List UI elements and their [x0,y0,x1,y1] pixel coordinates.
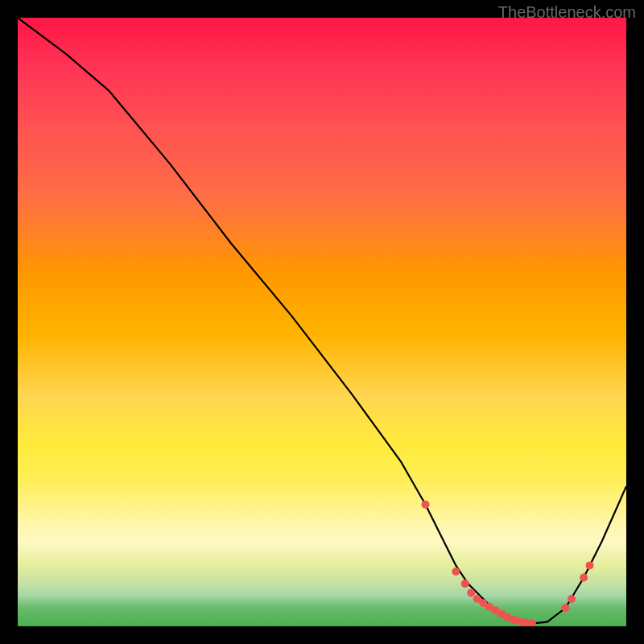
marker-dot [467,588,475,597]
watermark-text: TheBottleneck.com [498,3,636,22]
marker-dot [580,574,588,582]
marker-dot [586,561,594,569]
bottleneck-curve [18,18,626,623]
marker-dot [561,604,569,612]
marker-dot [422,501,430,509]
marker-dot [452,568,460,576]
marker-dots [422,501,594,626]
chart-svg [18,18,626,626]
marker-dot [568,595,576,603]
marker-dot [461,580,469,588]
